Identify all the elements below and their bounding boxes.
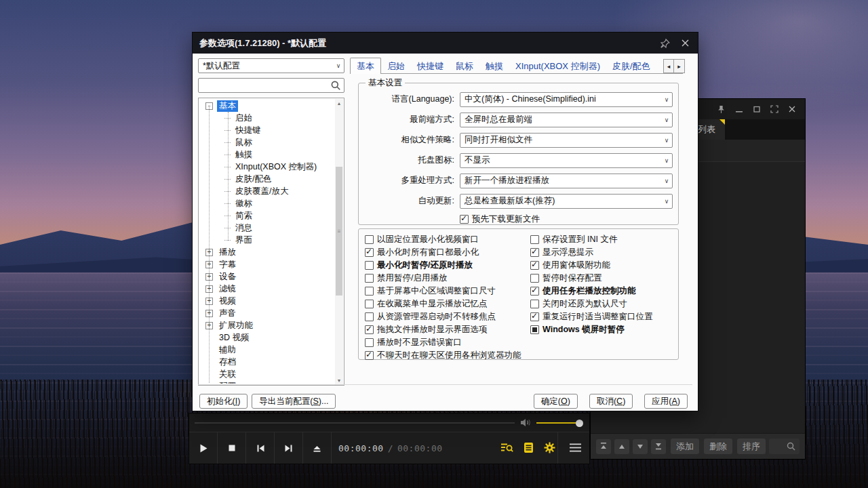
chevron-down-icon: ∨ [661, 96, 672, 103]
delete-button[interactable]: 删除 [704, 439, 732, 454]
tree-item[interactable]: 字幕 [200, 258, 335, 270]
initialize-button[interactable]: 初始化(I) [199, 394, 248, 409]
checkbox-row[interactable]: 禁用暂停/启用播放 [365, 272, 521, 285]
ontop-mode-select[interactable]: 全屏时总在最前端∨ [460, 113, 673, 127]
volume-icon[interactable] [520, 418, 532, 427]
desktop: 列表 + 新建专辑 添加 删除 排序 [0, 0, 868, 488]
add-button[interactable]: 添加 [671, 439, 699, 454]
tree-item[interactable]: 快捷键 [200, 124, 335, 136]
multi-instance-select[interactable]: 新开一个播放进程播放∨ [460, 174, 673, 188]
tab-touch[interactable]: 触摸 [479, 59, 509, 73]
tree-item[interactable]: 设备 [200, 270, 335, 283]
checkbox-row[interactable]: 重复运行时适当调整窗口位置 [530, 310, 653, 323]
tab-scroll-right-icon[interactable]: ▸ [674, 59, 685, 73]
close-icon[interactable] [681, 39, 690, 47]
move-up-button[interactable] [614, 439, 629, 454]
move-down-button[interactable] [633, 439, 648, 454]
tab-mouse[interactable]: 鼠标 [450, 59, 479, 73]
tab-scroll-left-icon[interactable]: ◂ [663, 59, 674, 73]
settings-gear-icon[interactable] [544, 442, 555, 453]
playlist-search-input[interactable] [769, 439, 800, 454]
checkbox-row[interactable]: 使用窗体吸附功能 [530, 259, 653, 272]
tree-item[interactable]: 皮肤/配色 [200, 173, 335, 185]
checkbox-row[interactable]: 最小化时暂停/还原时播放 [365, 259, 521, 272]
seek-bar[interactable] [195, 422, 515, 424]
scroll-down-icon[interactable]: ▼ [335, 376, 343, 384]
tree-item[interactable]: 简索 [200, 209, 335, 222]
tab-start[interactable]: 启始 [381, 59, 411, 73]
fullscreen-icon[interactable] [769, 104, 779, 115]
sort-button[interactable]: 排序 [737, 439, 766, 454]
tree-item[interactable]: 界面 [200, 234, 335, 246]
play-button[interactable] [189, 432, 218, 464]
tab-xinput[interactable]: XInput(XBOX 控制器) [509, 59, 606, 73]
checkbox-row[interactable]: 显示浮悬提示 [530, 246, 653, 259]
checkbox-row[interactable]: 最小化时所有窗口都最小化 [365, 246, 521, 259]
playlist-icon[interactable] [524, 442, 534, 453]
tree-item[interactable]: 扩展功能 [200, 319, 335, 331]
language-select[interactable]: 中文(简体) - Chinese(Simplified).ini∨ [460, 92, 673, 107]
checkbox-row[interactable]: 播放时不显示错误窗口 [365, 336, 521, 349]
checkbox-row[interactable]: 暂停时保存配置 [530, 272, 653, 285]
tree-item[interactable]: 鼠标 [200, 136, 335, 148]
chevron-down-icon: ∨ [661, 198, 672, 205]
tree-item[interactable]: 滤镜 [200, 283, 335, 295]
ok-button[interactable]: 确定(O) [534, 394, 578, 409]
tree-item[interactable]: 3D 视频 [200, 331, 335, 344]
tree-item[interactable]: 触摸 [200, 148, 335, 161]
checkbox-row[interactable]: Windows 锁屏时暂停 [530, 323, 653, 336]
stop-button[interactable] [218, 432, 246, 464]
volume-knob[interactable] [576, 420, 583, 427]
previous-button[interactable] [246, 432, 275, 464]
pin-icon[interactable] [660, 39, 670, 48]
tree-item[interactable]: 辅助 [200, 344, 335, 356]
checkbox-row[interactable]: 关闭时还原为默认尺寸 [530, 298, 653, 310]
checkbox-row[interactable]: 从资源管理器启动时不转移焦点 [365, 310, 521, 323]
checkbox-row[interactable]: 基于屏幕中心区域调整窗口尺寸 [365, 285, 521, 298]
minimize-icon[interactable] [734, 104, 744, 115]
tree-item[interactable]: 消息 [200, 222, 335, 234]
cancel-button[interactable]: 取消(C) [589, 394, 633, 409]
settings-search-input[interactable] [198, 78, 344, 93]
tree-item[interactable]: 存档 [200, 356, 335, 368]
tree-item[interactable]: 关联 [200, 368, 335, 380]
tree-item[interactable]: 徽标 [200, 197, 335, 209]
maximize-icon[interactable] [751, 104, 762, 115]
eject-button[interactable] [303, 432, 332, 464]
checkbox-row[interactable]: 保存设置到 INI 文件 [530, 233, 653, 246]
pin-icon[interactable] [716, 104, 726, 115]
predownload-update-checkbox[interactable]: 预先下载更新文件 [460, 213, 540, 226]
checkbox-row[interactable]: 以固定位置最小化视频窗口 [365, 233, 521, 246]
close-icon[interactable] [787, 104, 797, 115]
profile-select[interactable]: *默认配置 ∨ [198, 58, 344, 73]
move-bottom-button[interactable] [651, 439, 666, 454]
tree-item[interactable]: 播放 [200, 246, 335, 258]
export-config-button[interactable]: 导出当前配置(S)... [252, 394, 336, 409]
tray-icon-select[interactable]: 不显示∨ [460, 153, 673, 168]
checkbox-row[interactable]: 使用任务栏播放控制功能 [530, 285, 653, 298]
tree-item[interactable]: XInput(XBOX 控制器) [200, 161, 335, 173]
tree-item[interactable]: 皮肤覆盖/放大 [200, 185, 335, 197]
menu-icon[interactable] [570, 432, 581, 464]
apply-button[interactable]: 应用(A) [644, 394, 688, 409]
tab-basic[interactable]: 基本 [350, 58, 381, 74]
tree-scrollbar[interactable]: ▲ ≡ ▼ [335, 99, 343, 384]
tree-item[interactable]: 视频 [200, 295, 335, 307]
tree-item[interactable]: 基本 [200, 100, 335, 112]
tab-skins[interactable]: 皮肤/配色 [606, 59, 656, 73]
tree-item[interactable]: 启始 [200, 112, 335, 124]
auto-update-select[interactable]: 总是检查最新版本(推荐)∨ [460, 194, 673, 209]
tab-hotkeys[interactable]: 快捷键 [411, 59, 450, 73]
tree-item[interactable]: 声音 [200, 307, 335, 319]
checkbox-row[interactable]: 不聊天时在聊天区使用各种浏览器功能 [365, 349, 521, 362]
similar-file-select[interactable]: 同时打开相似文件∨ [460, 133, 673, 148]
checkbox-row[interactable]: 在收藏菜单中显示播放记忆点 [365, 298, 521, 310]
next-button[interactable] [275, 432, 303, 464]
scan-search-icon[interactable] [500, 442, 513, 453]
scrollbar-thumb[interactable]: ≡ [336, 167, 342, 296]
volume-slider[interactable] [536, 422, 580, 424]
tree-item[interactable]: 配置 [200, 380, 335, 384]
checkbox-row[interactable]: 拖拽文件播放时显示界面选项 [365, 323, 521, 336]
move-top-button[interactable] [596, 439, 611, 454]
scroll-up-icon[interactable]: ▲ [335, 99, 343, 107]
